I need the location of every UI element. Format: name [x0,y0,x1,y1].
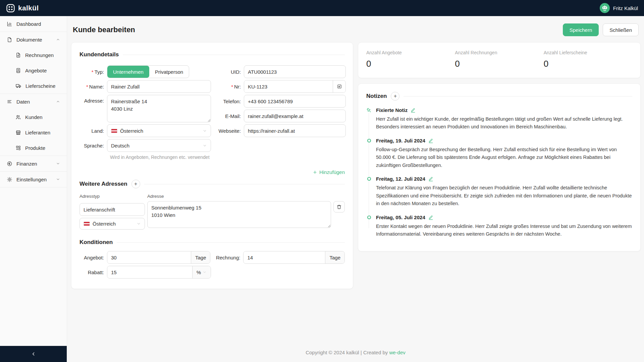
user-menu[interactable]: Fritz Kalkül [600,3,638,13]
circle-icon [367,215,372,220]
sidebar-item-angebote[interactable]: Angebote [0,63,67,78]
section-title: Weitere Adressen [79,181,127,187]
save-button[interactable]: Speichern [563,23,599,36]
user-name: Fritz Kalkül [613,5,638,11]
telefon-input[interactable] [244,95,346,108]
rechnung-label: Rechnung: [210,255,243,260]
sidebar-item-label: Einstellungen [16,177,47,182]
note-title: Freitag, 12. Juli 2024 [376,176,425,182]
sidebar-item-einstellungen[interactable]: Einstellungen [0,172,67,187]
rechnung-tage-input[interactable] [244,251,325,263]
angebot-label: Angebot: [79,255,107,260]
footer: Copyright © 2024 kalkül | Created by we-… [67,344,644,362]
edit-note-button[interactable] [428,138,433,143]
sidebar-item-label: Kunden [25,114,43,120]
name-input[interactable] [107,80,211,93]
add-address-circle-button[interactable]: + [131,180,140,188]
land-label: Land: [79,128,107,134]
truck-icon [15,83,21,89]
address-textarea[interactable]: Sonnenblumenweg 15 1010 Wien [147,201,331,228]
avatar [600,3,610,13]
telefon-label: Telefon: [211,99,244,104]
list-icon [7,99,12,105]
typ-option-privatperson[interactable]: Privatperson [149,66,189,78]
note-text: Erster Kontakt wegen der neuen Produktli… [376,223,632,238]
address-type-input[interactable] [79,203,145,216]
angebot-tage-input[interactable] [107,251,191,263]
land-value: Österreich [120,128,203,134]
adresse-textarea[interactable]: Rainerstraße 14 4030 Linz [107,95,211,122]
sidebar-item-label: Produkte [25,145,45,151]
sidebar-item-label: Finanzen [16,161,37,167]
chevron-down-icon [203,129,207,133]
sidebar-item-label: Dashboard [16,21,41,27]
brand-name: kalkül [18,4,39,12]
add-note-button[interactable]: + [391,92,399,101]
angebot-unit: Tage [191,251,210,263]
rabatt-input[interactable] [107,266,192,278]
sidebar-item-finanzen[interactable]: Finanzen [0,156,67,171]
sidebar-item-label: Daten [16,99,30,105]
close-button[interactable]: Schließen [603,23,639,36]
email-input[interactable] [244,110,346,122]
name-label: *Name: [79,84,107,89]
add-address-link[interactable]: Hinzufügen [313,169,345,175]
edit-note-button[interactable] [411,108,416,113]
land-select[interactable]: Österreich [107,124,211,137]
webseite-input[interactable] [244,124,346,137]
nr-generate-button[interactable] [333,80,345,93]
section-kundendetails: Kundendetails [79,51,345,58]
sidebar-item-daten[interactable]: Daten [0,94,67,109]
address-country-select[interactable]: Österreich [79,218,145,230]
addr-col-adresse: Adresse [147,194,331,199]
rechnung-unit: Tage [325,251,344,263]
typ-option-unternehmen[interactable]: Unternehmen [107,66,149,78]
edit-number-icon [337,84,342,89]
sidebar-item-label: Rechnungen [25,52,54,58]
sprache-value: Deutsch [111,143,203,148]
sidebar-item-kunden[interactable]: Kunden [0,109,67,125]
sidebar-item-label: Angebote [25,68,47,73]
section-title: Kundendetails [79,51,119,58]
note-title: Freitag, 05. Juli 2024 [376,215,425,220]
uid-input[interactable] [244,65,346,78]
sidebar-item-rechnungen[interactable]: Rechnungen [0,47,67,63]
rabatt-unit-select[interactable]: % [192,266,211,278]
sidebar-item-label: Lieferscheine [25,83,55,89]
edit-note-button[interactable] [428,176,433,181]
customer-details-card: Kundendetails *Typ: Unternehmen [71,42,353,289]
sidebar-item-dashboard[interactable]: Dashboard [0,16,67,32]
we-dev-link[interactable]: we-dev [389,350,405,355]
austria-flag-icon [84,222,90,226]
sidebar-item-dokumente[interactable]: Dokumente [0,32,67,47]
sidebar-item-lieferanten[interactable]: Lieferanten [0,125,67,140]
section-title: Konditionen [79,239,113,246]
uid-label: UID: [211,69,244,75]
note-entry: Freitag, 19. Juli 2024 Follow-up-Gespräc… [366,138,632,169]
users-icon [15,114,21,120]
sprache-select[interactable]: Deutsch [107,139,211,152]
delete-address-button[interactable] [333,201,345,213]
sidebar-item-label: Dokumente [16,37,42,43]
sidebar-collapse-button[interactable] [0,346,67,362]
edit-note-button[interactable] [428,215,433,220]
bar-chart-icon [7,21,12,27]
plus-icon [313,170,317,175]
store-icon [15,130,21,135]
stat-rechnungen: Anzahl Rechnungen 0 [455,50,543,69]
topbar: kalkül Fritz Kalkül [0,0,644,16]
section-divider [404,96,632,97]
required-marker: * [86,84,88,89]
sprache-label: Sprache: [79,143,107,148]
chevron-down-icon [203,270,207,274]
brand-logo[interactable]: kalkül [6,4,39,13]
kalkuel-logo-icon [6,4,15,13]
pin-icon [366,108,372,113]
stat-lieferscheine: Anzahl Lieferscheine 0 [544,50,632,69]
nr-input[interactable] [244,80,333,93]
chevron-up-icon [56,100,60,104]
sidebar-item-lieferscheine[interactable]: Lieferscheine [0,78,67,94]
sidebar-item-produkte[interactable]: Produkte [0,140,67,156]
nr-label: *Nr: [211,84,244,89]
typ-toggle: Unternehmen Privatperson [107,65,189,78]
